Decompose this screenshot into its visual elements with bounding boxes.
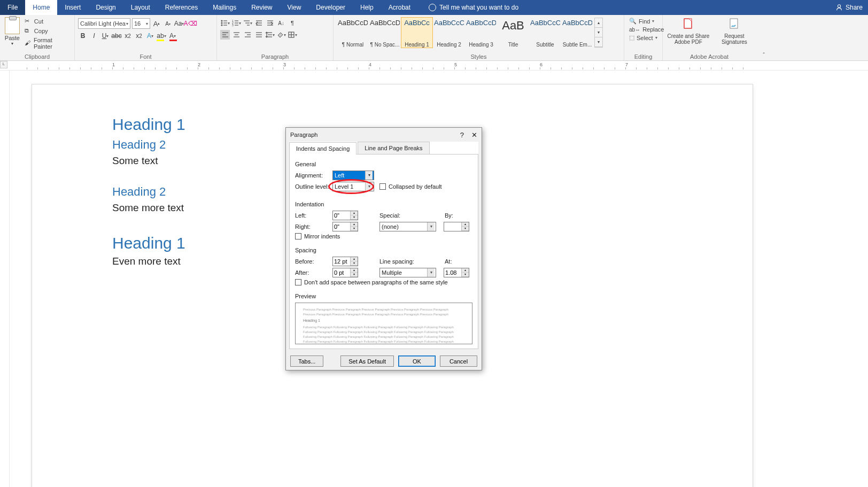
style-item---no-spac---[interactable]: AaBbCcDc¶ No Spac... xyxy=(369,17,401,48)
select-button[interactable]: ⬚Select▾ xyxy=(627,34,659,42)
tab-indents-spacing[interactable]: Indents and Spacing xyxy=(289,142,356,154)
scroll-down-icon[interactable]: ▾ xyxy=(595,28,602,37)
format-painter-button[interactable]: 🖌Format Painter xyxy=(24,36,71,50)
style-item-subtitle[interactable]: AaBbCcCSubtitle xyxy=(529,17,561,48)
document-line[interactable]: Heading 1 xyxy=(112,115,185,134)
paste-button[interactable]: Paste ▾ xyxy=(3,17,21,50)
create-share-pdf-button[interactable]: Create and Share Adobe PDF xyxy=(666,17,711,45)
tab-acrobat[interactable]: Acrobat xyxy=(381,0,418,15)
decrease-indent-button[interactable] xyxy=(254,18,264,28)
strikethrough-button[interactable]: abc xyxy=(112,31,121,41)
style-item-heading-3[interactable]: AaBbCcDHeading 3 xyxy=(465,17,497,48)
superscript-button[interactable]: x2 xyxy=(134,31,144,41)
before-spinner[interactable]: ▴▾ xyxy=(332,257,358,266)
indent-left-value[interactable] xyxy=(333,211,350,220)
set-default-button[interactable]: Set As Default xyxy=(340,355,394,367)
cancel-button[interactable]: Cancel xyxy=(440,355,477,367)
down-arrow-icon[interactable]: ▾ xyxy=(351,227,358,231)
show-marks-button[interactable]: ¶ xyxy=(288,18,297,28)
outline-level-combo[interactable]: Level 1▾ xyxy=(332,182,374,191)
tab-references[interactable]: References xyxy=(158,0,205,15)
up-arrow-icon[interactable]: ▴ xyxy=(351,257,358,261)
bullets-button[interactable]: ▾ xyxy=(220,18,230,28)
tab-view[interactable]: View xyxy=(280,0,309,15)
find-button[interactable]: 🔍Find▾ xyxy=(627,17,659,25)
align-left-button[interactable] xyxy=(220,30,230,40)
indent-right-spinner[interactable]: ▴▾ xyxy=(332,222,358,231)
text-effects-button[interactable]: A▾ xyxy=(145,31,155,41)
font-color-button[interactable]: A▾ xyxy=(168,31,177,41)
style-item-heading-2[interactable]: AaBbCcCHeading 2 xyxy=(433,17,465,48)
after-value[interactable] xyxy=(333,268,350,277)
by-spinner[interactable]: ▴▾ xyxy=(444,222,469,231)
underline-button[interactable]: U▾ xyxy=(100,31,110,41)
after-spinner[interactable]: ▴▾ xyxy=(332,268,358,277)
document-line[interactable]: Some more text xyxy=(112,202,185,214)
shrink-font-icon[interactable]: A▾ xyxy=(163,19,173,28)
highlight-button[interactable]: ab▾ xyxy=(157,31,166,41)
up-arrow-icon[interactable]: ▴ xyxy=(351,211,358,215)
subscript-button[interactable]: x2 xyxy=(123,31,133,41)
request-signatures-button[interactable]: Request Signatures xyxy=(716,17,753,45)
close-button[interactable]: ✕ xyxy=(471,131,477,139)
borders-button[interactable]: ▾ xyxy=(288,30,297,40)
document-line[interactable]: Heading 2 xyxy=(112,185,185,199)
numbering-button[interactable]: 123▾ xyxy=(231,18,241,28)
at-spinner[interactable]: ▴▾ xyxy=(444,268,469,277)
cut-button[interactable]: ✂Cut xyxy=(24,17,71,26)
before-value[interactable] xyxy=(333,257,350,266)
down-arrow-icon[interactable]: ▾ xyxy=(351,273,358,277)
tab-review[interactable]: Review xyxy=(244,0,280,15)
dialog-titlebar[interactable]: Paragraph ? ✕ xyxy=(286,128,482,142)
tab-developer[interactable]: Developer xyxy=(308,0,353,15)
mirror-indents-checkbox[interactable] xyxy=(295,233,301,239)
tab-mailings[interactable]: Mailings xyxy=(205,0,244,15)
change-case-icon[interactable]: Aa▾ xyxy=(174,19,184,28)
tab-design[interactable]: Design xyxy=(88,0,123,15)
up-arrow-icon[interactable]: ▴ xyxy=(462,222,469,227)
up-arrow-icon[interactable]: ▴ xyxy=(351,268,358,273)
ruler[interactable]: L 1234567 xyxy=(0,61,868,71)
style-item---normal[interactable]: AaBbCcDc¶ Normal xyxy=(337,17,369,48)
at-value[interactable] xyxy=(444,268,461,277)
by-value[interactable] xyxy=(444,222,461,231)
share-button[interactable]: Share xyxy=(835,0,863,15)
tell-me[interactable]: Tell me what you want to do xyxy=(429,0,518,15)
sort-button[interactable]: A↓ xyxy=(276,18,286,28)
font-name-combo[interactable]: Calibri Light (Hea▾ xyxy=(78,18,130,29)
grow-font-icon[interactable]: A▴ xyxy=(152,19,161,28)
style-item-heading-1[interactable]: AaBbCcHeading 1 xyxy=(401,17,433,48)
chevron-down-icon[interactable]: ▾ xyxy=(3,41,21,46)
bold-button[interactable]: B xyxy=(78,31,88,41)
document-line[interactable]: Some text xyxy=(112,155,185,167)
vertical-ruler[interactable] xyxy=(0,71,10,487)
indent-left-spinner[interactable]: ▴▾ xyxy=(332,211,358,220)
special-indent-combo[interactable]: (none)▾ xyxy=(379,222,436,231)
increase-indent-button[interactable] xyxy=(265,18,275,28)
tab-file[interactable]: File xyxy=(0,0,25,15)
scroll-up-icon[interactable]: ▴ xyxy=(595,18,602,28)
align-right-button[interactable] xyxy=(243,30,252,40)
tab-insert[interactable]: Insert xyxy=(57,0,88,15)
tab-home[interactable]: Home xyxy=(25,0,57,15)
align-center-button[interactable] xyxy=(231,30,241,40)
style-item-title[interactable]: AaBTitle xyxy=(497,17,529,48)
copy-button[interactable]: ⧉Copy xyxy=(24,27,71,35)
collapse-ribbon-button[interactable]: ˆ xyxy=(756,15,772,60)
line-spacing-combo[interactable]: Multiple▾ xyxy=(379,268,436,277)
italic-button[interactable]: I xyxy=(89,31,99,41)
ok-button[interactable]: OK xyxy=(398,355,436,367)
indent-right-value[interactable] xyxy=(333,222,350,231)
down-arrow-icon[interactable]: ▾ xyxy=(462,273,469,277)
dont-add-space-checkbox[interactable] xyxy=(295,279,301,285)
tab-help[interactable]: Help xyxy=(353,0,381,15)
font-size-combo[interactable]: 16▾ xyxy=(132,18,150,29)
document-line[interactable]: Heading 1 xyxy=(112,234,185,252)
document-line[interactable]: Even more text xyxy=(112,256,185,267)
scroll-down-icon[interactable]: ▾ xyxy=(595,37,602,47)
up-arrow-icon[interactable]: ▴ xyxy=(462,268,469,273)
shading-button[interactable]: ▾ xyxy=(276,30,286,40)
tab-layout[interactable]: Layout xyxy=(123,0,158,15)
down-arrow-icon[interactable]: ▾ xyxy=(351,261,358,266)
justify-button[interactable] xyxy=(254,30,264,40)
